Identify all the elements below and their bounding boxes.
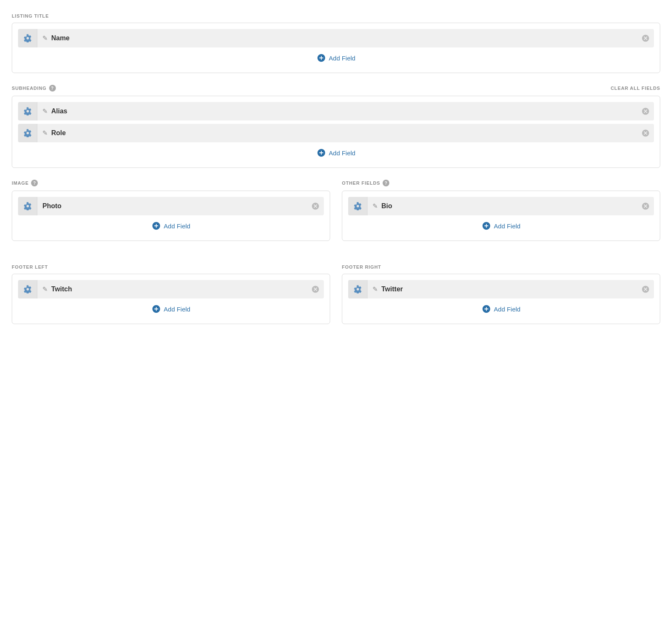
- listing-title-card: ✎ Name Add Field: [12, 23, 660, 73]
- gear-button-name[interactable]: [18, 29, 37, 47]
- gear-button-twitter[interactable]: [348, 280, 368, 298]
- gear-icon: [24, 129, 32, 137]
- remove-name-button[interactable]: [637, 29, 654, 47]
- listing-title-section: LISTING TITLE ✎ Name Add Field: [12, 13, 660, 73]
- other-fields-help-icon[interactable]: ?: [383, 180, 389, 186]
- gear-icon: [24, 202, 32, 210]
- gear-icon: [24, 107, 32, 115]
- gear-icon: [24, 34, 32, 42]
- remove-icon: [641, 285, 650, 293]
- add-field-other-fields[interactable]: Add Field: [348, 219, 654, 233]
- subheading-card: ✎ Alias ✎ Role: [12, 96, 660, 168]
- remove-icon: [641, 107, 650, 115]
- pencil-icon: ✎: [373, 285, 378, 293]
- footer-right-label: FOOTER RIGHT: [342, 264, 660, 270]
- add-field-footer-right[interactable]: Add Field: [348, 302, 654, 316]
- clear-all-fields-button[interactable]: CLEAR ALL FIELDS: [611, 86, 660, 91]
- subheading-label-row: SUBHEADING ? CLEAR ALL FIELDS: [12, 85, 660, 92]
- name-field-text: Name: [51, 34, 70, 42]
- table-row: ✎ Bio: [348, 197, 654, 215]
- add-field-listing-title[interactable]: Add Field: [18, 51, 654, 65]
- remove-photo-button[interactable]: [307, 197, 324, 215]
- table-row: ✎ Name: [18, 29, 654, 47]
- subheading-section: SUBHEADING ? CLEAR ALL FIELDS ✎ Alias: [12, 85, 660, 168]
- table-row: ✎ Twitter: [348, 280, 654, 298]
- twitch-field-label-area: ✎ Twitch: [37, 285, 307, 293]
- table-row: ✎ Alias: [18, 102, 654, 120]
- subheading-help-icon[interactable]: ?: [49, 85, 56, 92]
- table-row: ✎ Twitch: [18, 280, 324, 298]
- pencil-icon: ✎: [42, 34, 48, 42]
- gear-button-role[interactable]: [18, 124, 37, 142]
- other-fields-section: OTHER FIELDS ? ✎ Bio: [342, 180, 660, 253]
- add-field-image[interactable]: Add Field: [18, 219, 324, 233]
- photo-field-label-area: Photo: [37, 202, 307, 210]
- image-help-icon[interactable]: ?: [31, 180, 38, 186]
- role-field-label-area: ✎ Role: [37, 129, 637, 137]
- role-field-text: Role: [51, 129, 66, 137]
- table-row: ✎ Role: [18, 124, 654, 142]
- twitch-field-text: Twitch: [51, 285, 72, 293]
- image-card: Photo Add Field: [12, 191, 330, 241]
- gear-icon: [354, 202, 362, 210]
- remove-icon: [641, 129, 650, 137]
- remove-icon: [641, 34, 650, 42]
- listing-title-label: LISTING TITLE: [12, 13, 660, 18]
- footer-left-card: ✎ Twitch Add Field: [12, 274, 330, 324]
- remove-icon: [311, 285, 320, 293]
- gear-button-twitch[interactable]: [18, 280, 37, 298]
- other-fields-card: ✎ Bio Add Field: [342, 191, 660, 241]
- name-field-label-area: ✎ Name: [37, 34, 637, 42]
- gear-icon: [24, 285, 32, 293]
- image-section: IMAGE ? Photo: [12, 180, 330, 253]
- twitter-field-label-area: ✎ Twitter: [368, 285, 637, 293]
- footer-row: FOOTER LEFT ✎ Twitch: [12, 264, 660, 336]
- twitter-field-text: Twitter: [381, 285, 403, 293]
- pencil-icon: ✎: [42, 129, 48, 137]
- remove-role-button[interactable]: [637, 124, 654, 142]
- remove-alias-button[interactable]: [637, 102, 654, 120]
- gear-button-alias[interactable]: [18, 102, 37, 120]
- plus-circle-icon: [482, 304, 491, 314]
- add-field-footer-left[interactable]: Add Field: [18, 302, 324, 316]
- gear-icon: [354, 285, 362, 293]
- footer-right-section: FOOTER RIGHT ✎ Twitter: [342, 264, 660, 336]
- table-row: Photo: [18, 197, 324, 215]
- footer-left-section: FOOTER LEFT ✎ Twitch: [12, 264, 330, 336]
- subheading-label: SUBHEADING ?: [12, 85, 56, 92]
- plus-circle-icon: [317, 148, 326, 157]
- bio-field-label-area: ✎ Bio: [368, 202, 637, 210]
- remove-icon: [641, 202, 650, 210]
- add-field-subheading[interactable]: Add Field: [18, 146, 654, 160]
- image-otherfields-row: IMAGE ? Photo: [12, 180, 660, 253]
- remove-twitch-button[interactable]: [307, 280, 324, 298]
- plus-circle-icon: [317, 53, 326, 63]
- plus-circle-icon: [482, 221, 491, 230]
- gear-button-photo[interactable]: [18, 197, 37, 215]
- footer-left-label: FOOTER LEFT: [12, 264, 330, 270]
- alias-field-label-area: ✎ Alias: [37, 107, 637, 115]
- plus-circle-icon: [152, 304, 161, 314]
- remove-bio-button[interactable]: [637, 197, 654, 215]
- pencil-icon: ✎: [373, 202, 378, 210]
- alias-field-text: Alias: [51, 107, 67, 115]
- pencil-icon: ✎: [42, 107, 48, 115]
- gear-button-bio[interactable]: [348, 197, 368, 215]
- photo-field-text: Photo: [42, 202, 61, 210]
- other-fields-label: OTHER FIELDS ?: [342, 180, 660, 186]
- bio-field-text: Bio: [381, 202, 392, 210]
- plus-circle-icon: [152, 221, 161, 230]
- pencil-icon: ✎: [42, 285, 48, 293]
- remove-twitter-button[interactable]: [637, 280, 654, 298]
- remove-icon: [311, 202, 320, 210]
- image-label: IMAGE ?: [12, 180, 330, 186]
- footer-right-card: ✎ Twitter Add Field: [342, 274, 660, 324]
